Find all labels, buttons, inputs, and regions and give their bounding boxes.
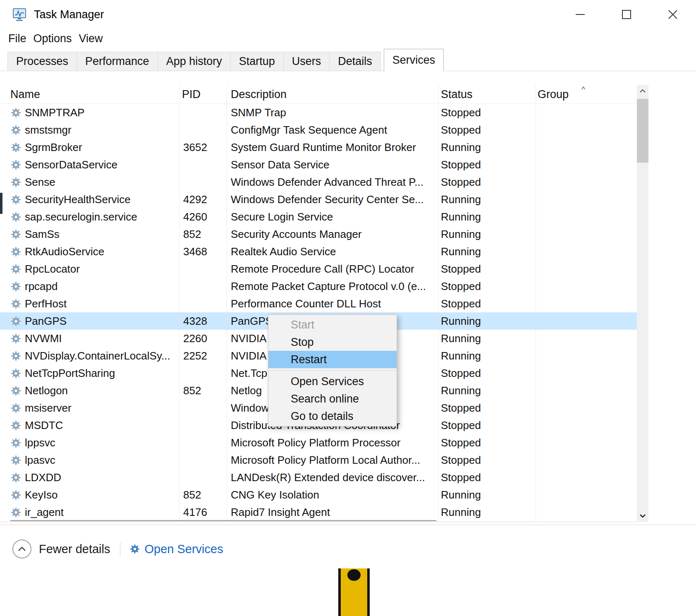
minimize-button[interactable] — [557, 0, 603, 29]
open-services-link[interactable]: Open Services — [120, 542, 223, 556]
service-name: NVDisplay.ContainerLocalSy... — [25, 350, 170, 362]
context-menu: StartStopRestartOpen ServicesSearch onli… — [268, 314, 397, 427]
service-row[interactable]: SamSs 852 Security Accounts Manager Runn… — [0, 225, 637, 243]
tab-users[interactable]: Users — [283, 52, 330, 71]
row-name-cell: SgrmBroker — [0, 141, 179, 154]
context-menu-item-stop[interactable]: Stop — [268, 333, 397, 351]
menubar-item-file[interactable]: File — [8, 32, 26, 45]
service-row[interactable]: SensorDataService Sensor Data Service St… — [0, 156, 637, 173]
service-row[interactable]: lpasvc Microsoft Policy Platform Local A… — [0, 451, 637, 469]
service-row[interactable]: RtkAudioService 3468 Realtek Audio Servi… — [0, 243, 637, 260]
service-status: Running — [438, 228, 536, 241]
vertical-scrollbar — [637, 85, 648, 522]
row-name-cell: MSDTC — [0, 419, 179, 432]
footer-divider — [0, 525, 696, 525]
service-row[interactable]: PerfHost Performance Counter DLL Host St… — [0, 295, 637, 312]
service-row[interactable]: SgrmBroker 3652 System Guard Runtime Mon… — [0, 139, 637, 156]
menubar-item-view[interactable]: View — [79, 32, 103, 45]
row-name-cell: NVDisplay.ContainerLocalSy... — [0, 350, 179, 362]
service-status: Stopped — [438, 158, 536, 171]
service-row[interactable]: ir_agent 4176 Rapid7 Insight Agent Runni… — [0, 503, 637, 521]
service-row[interactable]: KeyIso 852 CNG Key Isolation Running — [0, 486, 637, 503]
tab-strip: ProcessesPerformanceApp historyStartupUs… — [0, 49, 696, 71]
menubar-item-options[interactable]: Options — [33, 32, 72, 45]
service-name: RtkAudioService — [25, 245, 104, 258]
fewer-details-button[interactable]: Fewer details — [0, 539, 110, 558]
context-menu-item-restart[interactable]: Restart — [268, 351, 397, 368]
service-status: Stopped — [438, 106, 536, 119]
service-name: SNMPTRAP — [25, 106, 84, 119]
column-header-pid[interactable]: PID — [182, 88, 201, 101]
row-name-cell: SecurityHealthService — [0, 193, 179, 206]
task-manager-app-icon — [12, 7, 27, 22]
service-pid: 3468 — [179, 245, 227, 258]
service-row[interactable]: SNMPTRAP SNMP Trap Stopped — [0, 104, 637, 121]
list-bottom-border — [0, 522, 648, 522]
scrollbar-thumb[interactable] — [637, 99, 648, 163]
service-description: CNG Key Isolation — [227, 489, 438, 501]
service-gear-icon — [10, 403, 22, 414]
service-name: Sense — [25, 176, 55, 189]
service-row[interactable]: rpcapd Remote Packet Capture Protocol v.… — [0, 278, 637, 295]
service-gear-icon — [10, 472, 22, 483]
maximize-button[interactable] — [603, 0, 650, 29]
service-row[interactable]: SecurityHealthService 4292 Windows Defen… — [0, 191, 637, 208]
service-name: msiserver — [25, 402, 72, 415]
column-header-status[interactable]: Status — [441, 88, 473, 101]
service-pid: 3652 — [179, 141, 227, 154]
row-name-cell: KeyIso — [0, 489, 179, 501]
service-gear-icon — [10, 125, 22, 136]
context-menu-item-search-online[interactable]: Search online — [268, 390, 397, 407]
context-menu-item-open-services[interactable]: Open Services — [268, 373, 397, 390]
column-header-name[interactable]: Name — [10, 88, 40, 101]
service-name: SamSs — [25, 228, 60, 241]
context-menu-item-go-to-details[interactable]: Go to details — [268, 407, 397, 425]
service-name: LDXDD — [25, 471, 61, 484]
context-menu-item-start: Start — [268, 316, 397, 333]
service-description: Security Accounts Manager — [227, 228, 438, 241]
service-name: PerfHost — [25, 297, 67, 310]
row-name-cell: RpcLocator — [0, 263, 179, 276]
tab-services[interactable]: Services — [384, 49, 444, 71]
column-header-group[interactable]: Group — [538, 88, 569, 101]
tab-details[interactable]: Details — [329, 52, 381, 71]
service-status: Running — [438, 332, 536, 345]
row-name-cell: SNMPTRAP — [0, 106, 179, 119]
service-name: ir_agent — [25, 506, 64, 519]
service-name: NVWMI — [25, 332, 62, 345]
service-pid: 4260 — [179, 211, 227, 223]
tab-app-history[interactable]: App history — [158, 52, 231, 71]
service-row[interactable]: sap.securelogin.service 4260 Secure Logi… — [0, 208, 637, 225]
fewer-details-label: Fewer details — [39, 542, 110, 556]
service-gear-icon — [10, 246, 22, 257]
service-status: Running — [438, 211, 536, 223]
table-header: Name PID Description Status Group ^ — [0, 85, 637, 104]
row-name-cell: PanGPS — [0, 315, 179, 328]
service-row[interactable]: lppsvc Microsoft Policy Platform Process… — [0, 434, 637, 451]
service-row[interactable]: LDXDD LANDesk(R) Extended device discove… — [0, 469, 637, 486]
service-name: lpasvc — [25, 454, 55, 467]
service-gear-icon — [10, 316, 22, 327]
service-row[interactable]: Sense Windows Defender Advanced Threat P… — [0, 173, 637, 191]
service-description: Sensor Data Service — [227, 158, 438, 171]
sort-ascending-icon: ^ — [581, 85, 585, 94]
service-name: KeyIso — [25, 489, 58, 501]
close-button[interactable] — [650, 0, 696, 29]
row-name-cell: sap.securelogin.service — [0, 211, 179, 223]
service-description: Rapid7 Insight Agent — [227, 506, 438, 519]
column-header-description[interactable]: Description — [231, 88, 287, 101]
service-pid: 852 — [179, 489, 227, 501]
tab-performance[interactable]: Performance — [77, 52, 158, 71]
row-name-cell: LDXDD — [0, 471, 179, 484]
service-status: Running — [438, 384, 536, 397]
services-list: Name PID Description Status Group ^ SNMP… — [0, 85, 648, 522]
scrollbar-down-button[interactable] — [637, 510, 648, 522]
service-name: Netlogon — [25, 384, 68, 397]
scrollbar-up-button[interactable] — [637, 85, 648, 97]
service-row[interactable]: RpcLocator Remote Procedure Call (RPC) L… — [0, 260, 637, 278]
tab-startup[interactable]: Startup — [230, 52, 284, 71]
service-description: Windows Defender Advanced Threat P... — [227, 176, 438, 189]
tab-processes[interactable]: Processes — [7, 52, 77, 71]
titlebar: Task Manager — [0, 0, 696, 29]
service-row[interactable]: smstsmgr ConfigMgr Task Sequence Agent S… — [0, 121, 637, 139]
